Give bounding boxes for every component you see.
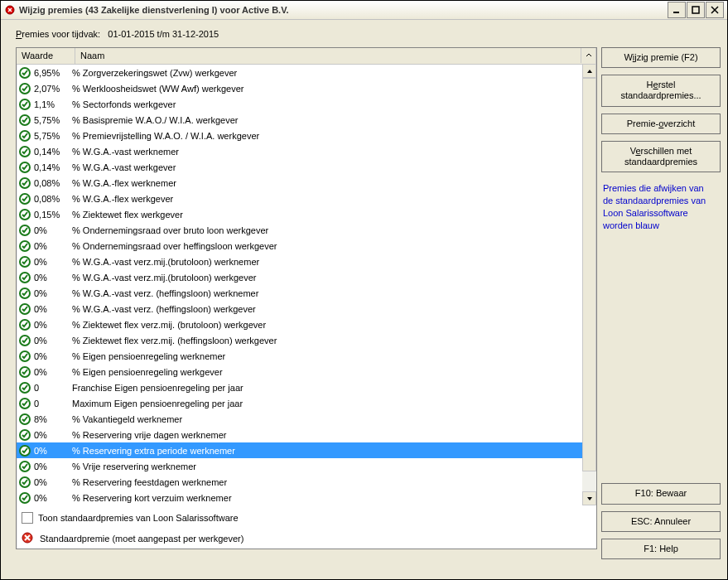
check-icon xyxy=(19,319,31,331)
row-name: % Ziektewet flex verz.mij. (brutoloon) w… xyxy=(67,320,596,330)
row-value: 2,07% xyxy=(34,84,67,94)
row-name: % W.G.A.-vast verz. (heffingsloon) werkg… xyxy=(67,304,596,314)
col-name-header[interactable]: Naam xyxy=(75,48,596,64)
check-icon xyxy=(19,335,31,346)
list-row[interactable]: 0,14%% W.G.A.-vast werkgever xyxy=(17,159,596,175)
reset-defaults-button[interactable]: Herstelstandaardpremies... xyxy=(601,75,721,106)
list-row[interactable]: 5,75%% Basispremie W.A.O./ W.I.A. werkge… xyxy=(17,112,596,128)
check-icon xyxy=(19,492,31,504)
row-value: 6,95% xyxy=(34,68,67,78)
list-row[interactable]: 0%% Eigen pensioenregeling werkgever xyxy=(17,364,596,379)
list-row[interactable]: 5,75%% Premievrijstelling W.A.O. / W.I.A… xyxy=(17,128,596,143)
row-value: 0,08% xyxy=(34,194,67,204)
check-icon xyxy=(19,461,31,472)
premie-overview-button[interactable]: Premie-overzicht xyxy=(601,114,721,134)
close-button[interactable] xyxy=(706,2,724,18)
list-row[interactable]: 0%% Ondernemingsraad over bruto loon wer… xyxy=(17,222,596,238)
show-defaults-row[interactable]: Toon standaardpremies van Loon Salarisso… xyxy=(22,512,591,524)
scroll-up-button[interactable] xyxy=(582,64,596,78)
save-button[interactable]: F10: Bewaar xyxy=(601,483,721,504)
list-row[interactable]: 0Franchise Eigen pensioenregeling per ja… xyxy=(17,379,596,395)
row-value: 0% xyxy=(34,320,67,330)
check-icon xyxy=(19,67,31,79)
list-row[interactable]: 2,07%% Werkloosheidswet (WW Awf) werkgev… xyxy=(17,80,596,96)
check-icon xyxy=(19,350,31,362)
row-name: % Ondernemingsraad over bruto loon werkg… xyxy=(67,225,596,235)
check-icon xyxy=(19,99,31,110)
cancel-button[interactable]: ESC: Annuleer xyxy=(601,511,721,532)
list-row[interactable]: 6,95%% Zorgverzekeringswet (Zvw) werkgev… xyxy=(17,65,596,80)
row-name: % Ziektewet flex werkgever xyxy=(67,210,596,220)
window-title: Wijzig premies (43 Zakelijke dienstverle… xyxy=(19,5,664,15)
row-value: 0% xyxy=(34,493,67,503)
list-row[interactable]: 0%% Ondernemingsraad over heffingsloon w… xyxy=(17,238,596,254)
row-value: 0% xyxy=(34,241,67,251)
show-defaults-checkbox[interactable] xyxy=(22,512,33,524)
col-value-header[interactable]: Waarde xyxy=(17,48,75,64)
list-row[interactable]: 0%% W.G.A.-vast verz. (heffingsloon) wer… xyxy=(17,285,596,301)
premie-listview[interactable]: Waarde Naam 6,95%% Zorgverzekeringswet (… xyxy=(16,47,597,549)
row-value: 0% xyxy=(34,288,67,298)
list-row[interactable]: 0,08%% W.G.A.-flex werkgever xyxy=(17,191,596,206)
row-name: % W.G.A.-vast verz.mij.(brutoloon) werkn… xyxy=(67,257,596,267)
check-icon xyxy=(19,83,31,94)
check-icon xyxy=(19,303,31,315)
list-row[interactable]: 0,14%% W.G.A.-vast werknemer xyxy=(17,143,596,159)
scrollbar-track[interactable] xyxy=(582,78,596,491)
list-row[interactable]: 0%% Reservering extra periode werknemer xyxy=(17,442,596,458)
row-value: 0% xyxy=(34,430,67,440)
period-value: 01-01-2015 t/m 31-12-2015 xyxy=(108,29,219,39)
svg-rect-2 xyxy=(692,7,699,13)
check-icon xyxy=(19,146,31,157)
list-row[interactable]: 0%% Reservering vrije dagen werknemer xyxy=(17,427,596,442)
row-name: % W.G.A.-flex werknemer xyxy=(67,178,596,188)
list-row[interactable]: 0%% Ziektewet flex verz.mij. (heffingslo… xyxy=(17,332,596,348)
row-value: 0% xyxy=(34,446,67,456)
list-row[interactable]: 0%% Reservering feestdagen werknemer xyxy=(17,474,596,490)
list-row[interactable]: 0%% W.G.A.-vast verz. (heffingsloon) wer… xyxy=(17,301,596,317)
row-name: % Reservering extra periode werknemer xyxy=(67,446,596,456)
list-row[interactable]: 0%% Vrije reservering werknemer xyxy=(17,458,596,474)
list-row[interactable]: 0%% W.G.A.-vast verz.mij.(brutoloon) wer… xyxy=(17,254,596,269)
row-name: % Werkloosheidswet (WW Awf) werkgever xyxy=(67,84,596,94)
list-footer: Toon standaardpremies van Loon Salarisso… xyxy=(17,504,596,549)
list-row[interactable]: 0,08%% W.G.A.-flex werknemer xyxy=(17,175,596,191)
list-row[interactable]: 1,1%% Sectorfonds werkgever xyxy=(17,96,596,112)
check-icon xyxy=(19,413,31,425)
list-row[interactable]: 0%% Eigen pensioenregeling werknemer xyxy=(17,348,596,364)
scrollbar-vertical[interactable] xyxy=(582,64,596,505)
list-row[interactable]: 0%% Ziektewet flex verz.mij. (brutoloon)… xyxy=(17,317,596,332)
row-name: % Ziektewet flex verz.mij. (heffingsloon… xyxy=(67,336,596,346)
row-value: 0% xyxy=(34,304,67,314)
maximize-button[interactable] xyxy=(687,2,705,18)
list-body[interactable]: 6,95%% Zorgverzekeringswet (Zvw) werkgev… xyxy=(17,65,596,505)
row-name: % W.G.A.-vast verz.mij.(brutoloon) werkg… xyxy=(67,273,596,283)
titlebar: Wijzig premies (43 Zakelijke dienstverle… xyxy=(1,1,727,20)
check-icon xyxy=(19,162,31,173)
check-icon xyxy=(19,288,31,299)
help-button[interactable]: F1: Help xyxy=(601,539,721,559)
scrollbar-thumb[interactable] xyxy=(582,78,596,471)
row-name: % W.G.A.-flex werkgever xyxy=(67,194,596,204)
row-value: 0 xyxy=(34,383,67,393)
row-value: 5,75% xyxy=(34,115,67,125)
check-icon xyxy=(19,366,31,378)
scroll-up-icon[interactable] xyxy=(581,48,595,63)
check-icon xyxy=(19,382,31,394)
list-row[interactable]: 0Maximum Eigen pensioenregeling per jaar xyxy=(17,395,596,411)
edit-premie-button[interactable]: Wijzig premie (F2) xyxy=(601,47,721,68)
check-icon xyxy=(19,209,31,220)
minimize-button[interactable] xyxy=(668,2,686,18)
list-row[interactable]: 0,15%% Ziektewet flex werkgever xyxy=(17,206,596,222)
row-name: % W.G.A.-vast verz. (heffingsloon) werkn… xyxy=(67,288,596,298)
list-row[interactable]: 0%% W.G.A.-vast verz.mij.(brutoloon) wer… xyxy=(17,269,596,285)
check-icon xyxy=(19,130,31,142)
row-value: 0,14% xyxy=(34,162,67,172)
row-name: % Reservering vrije dagen werknemer xyxy=(67,430,596,440)
row-name: Maximum Eigen pensioenregeling per jaar xyxy=(67,399,596,408)
diff-defaults-button[interactable]: Verschillen metstandaardpremies xyxy=(601,141,721,172)
legend-row: Standaardpremie (moet aangepast per werk… xyxy=(22,532,591,545)
row-value: 0% xyxy=(34,336,67,346)
row-value: 0 xyxy=(34,399,67,408)
list-row[interactable]: 8%% Vakantiegeld werknemer xyxy=(17,411,596,427)
